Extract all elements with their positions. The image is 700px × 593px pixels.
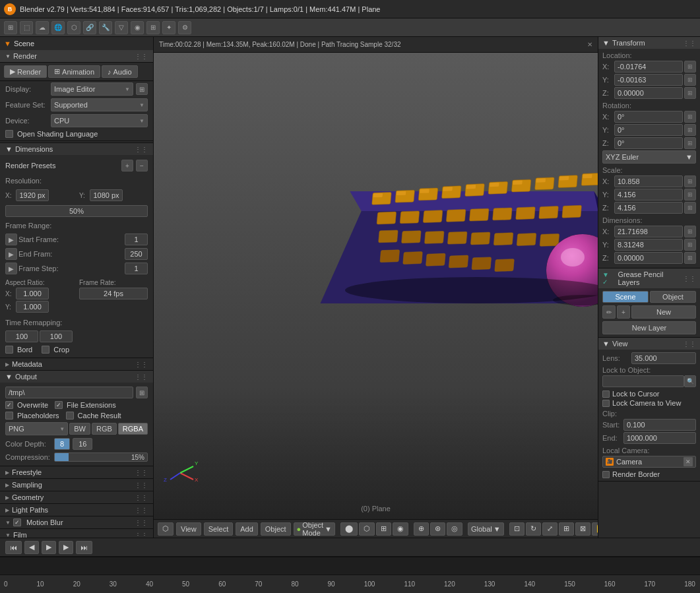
rot-y-field[interactable]: 0° xyxy=(614,124,683,136)
world-icon[interactable]: 🌐 xyxy=(51,21,65,34)
viewport[interactable]: Time:00:02.28 | Mem:134.35M, Peak:160.02… xyxy=(154,37,598,538)
color-rgba-btn[interactable]: RGBA xyxy=(118,423,148,435)
object-icon[interactable]: ⬡ xyxy=(67,21,80,34)
viewport-canvas[interactable]: X Y Z (0) Plane xyxy=(154,53,598,519)
scale-z-field[interactable]: 4.156 xyxy=(614,202,683,214)
scale-y-copy[interactable]: ⊞ xyxy=(684,189,696,201)
pivot-btn[interactable]: ⊕ xyxy=(414,522,429,536)
feature-set-select[interactable]: Supported ▼ xyxy=(51,98,148,111)
format-select[interactable]: PNG ▼ xyxy=(5,422,68,435)
tab-animation[interactable]: ⊞ Animation xyxy=(48,65,100,78)
add-btn[interactable]: Add xyxy=(236,522,258,536)
scale-x-field[interactable]: 10.858 xyxy=(614,175,683,187)
res-pct-field[interactable]: 50% xyxy=(5,205,148,217)
dim-z-copy[interactable]: ⊞ xyxy=(684,252,696,264)
motion-blur-section[interactable]: ▼ ✓ Motion Blur ⋮⋮ xyxy=(0,516,153,528)
render-menu-dots[interactable]: ⋮⋮ xyxy=(135,53,148,60)
render-section-header[interactable]: ▼ Render ⋮⋮ xyxy=(0,50,153,63)
shading-checkbox[interactable] xyxy=(5,130,13,138)
lens-field[interactable]: 35.000 xyxy=(631,352,696,364)
dim-z-field[interactable]: 0.00000 xyxy=(614,252,683,264)
motion-blur-checkbox[interactable]: ✓ xyxy=(13,518,21,526)
tab-render[interactable]: ▶ Render xyxy=(4,65,47,78)
scale-btn[interactable]: ⤢ xyxy=(542,522,557,536)
sampling-section[interactable]: ▶ Sampling ⋮⋮ xyxy=(0,478,153,491)
output-browse-btn[interactable]: ⊞ xyxy=(136,387,148,398)
render-border-checkbox[interactable] xyxy=(602,471,610,478)
ruler-btn[interactable]: 📐 xyxy=(592,522,598,536)
depth-8-btn[interactable]: 8 xyxy=(54,438,70,450)
lock-icon[interactable]: 🔍 xyxy=(684,375,696,387)
wire-shade-btn[interactable]: ⬡ xyxy=(359,522,375,536)
rot-z-copy[interactable]: ⊞ xyxy=(684,137,696,149)
dimensions-section[interactable]: ▼ Dimensions ⋮⋮ xyxy=(0,142,153,155)
end-frame-icon-btn[interactable]: ▶ xyxy=(5,248,17,260)
dimensions-menu[interactable]: ⋮⋮ xyxy=(135,146,148,153)
loc-x-copy[interactable]: ⊞ xyxy=(684,61,696,73)
camera-field[interactable]: 🎥 Camera ✕ xyxy=(602,456,696,468)
depth-16-btn[interactable]: 16 xyxy=(73,438,92,450)
rot-x-copy[interactable]: ⊞ xyxy=(684,111,696,123)
compression-bar[interactable]: 15% xyxy=(54,453,148,462)
cache-checkbox[interactable] xyxy=(66,412,74,420)
loc-y-field[interactable]: -0.00163 xyxy=(614,74,683,86)
gp-pencil-icon[interactable]: ✏ xyxy=(602,305,616,319)
lock-field[interactable] xyxy=(602,375,684,387)
proportional-btn[interactable]: ◎ xyxy=(447,522,462,536)
gp-new-btn[interactable]: New xyxy=(631,305,696,319)
viewport-close-btn[interactable]: ✕ xyxy=(587,41,592,48)
loc-z-copy[interactable]: ⊞ xyxy=(684,87,696,99)
dim-y-field[interactable]: 8.31248 xyxy=(614,239,683,251)
presets-add-btn[interactable]: + xyxy=(121,160,133,172)
dim-x-field[interactable]: 21.71698 xyxy=(614,226,683,237)
mirror-btn[interactable]: ⊠ xyxy=(575,522,590,536)
color-rgb-btn[interactable]: RGB xyxy=(92,423,117,435)
frame-step-icon-btn[interactable]: ▶ xyxy=(5,263,17,274)
motion-blur-menu[interactable]: ⋮⋮ xyxy=(135,519,148,526)
freestyle-section[interactable]: ▶ Freestyle ⋮⋮ xyxy=(0,466,153,478)
geometry-menu[interactable]: ⋮⋮ xyxy=(135,494,148,501)
lock-camera-checkbox[interactable] xyxy=(602,400,610,407)
gp-menu-dots[interactable]: ⋮⋮ xyxy=(683,275,696,282)
constraint-icon[interactable]: 🔗 xyxy=(83,21,96,34)
material-icon[interactable]: ◉ xyxy=(131,21,144,34)
tl-play[interactable]: ▶ xyxy=(42,541,56,554)
metadata-section[interactable]: ▶ Metadata ⋮⋮ xyxy=(0,358,153,370)
tl-jump-end[interactable]: ⏭ xyxy=(76,541,92,554)
placeholders-checkbox[interactable] xyxy=(5,412,13,420)
loc-x-field[interactable]: -0.01764 xyxy=(614,61,683,73)
solid-shade-btn[interactable]: ⬤ xyxy=(340,522,358,536)
output-menu[interactable]: ⋮⋮ xyxy=(135,373,148,381)
texture-shade-btn[interactable]: ⊞ xyxy=(376,522,391,536)
start-frame-field[interactable]: 1 xyxy=(125,234,148,245)
tl-jump-start[interactable]: ⏮ xyxy=(5,541,22,554)
bord-checkbox[interactable] xyxy=(5,346,13,354)
scale-x-copy[interactable]: ⊞ xyxy=(684,175,696,187)
snap-btn[interactable]: ⊛ xyxy=(430,522,445,536)
grab-btn[interactable]: ⊡ xyxy=(509,522,525,536)
res-x-field[interactable]: 1920 px xyxy=(16,189,49,201)
mode-select[interactable]: ● Object Mode ▼ xyxy=(294,522,335,536)
scene-icon[interactable]: ☁ xyxy=(36,21,49,34)
gp-scene-tab[interactable]: Scene xyxy=(602,291,649,303)
rot-y-copy[interactable]: ⊞ xyxy=(684,124,696,136)
clip-start-field[interactable]: 0.100 xyxy=(623,419,696,431)
start-frame-play-btn[interactable]: ▶ xyxy=(5,234,17,245)
tab-audio[interactable]: ♪ Audio xyxy=(102,65,138,78)
rot-x-field[interactable]: 0° xyxy=(614,111,683,123)
rot-z-field[interactable]: 0° xyxy=(614,137,683,149)
frame-step-field[interactable]: 1 xyxy=(125,263,148,274)
physics-icon[interactable]: ⚙ xyxy=(178,21,191,34)
file-ext-checkbox[interactable]: ✓ xyxy=(55,401,63,409)
transform-menu-dots[interactable]: ⋮⋮ xyxy=(683,40,696,47)
scale-y-field[interactable]: 4.156 xyxy=(614,189,683,201)
workspace-icon[interactable]: ⊞ xyxy=(4,21,17,34)
res-y-field[interactable]: 1080 px xyxy=(90,189,123,201)
film-section[interactable]: ▼ Film ⋮⋮ xyxy=(0,528,153,538)
clip-end-field[interactable]: 1000.000 xyxy=(623,432,696,444)
tl-next-frame[interactable]: ▶ xyxy=(59,541,73,554)
data-icon[interactable]: ▽ xyxy=(115,21,128,34)
geometry-section[interactable]: ▶ Geometry ⋮⋮ xyxy=(0,491,153,503)
texture-icon[interactable]: ⊞ xyxy=(146,21,160,34)
display-icon-btn[interactable]: ⊞ xyxy=(136,83,148,95)
